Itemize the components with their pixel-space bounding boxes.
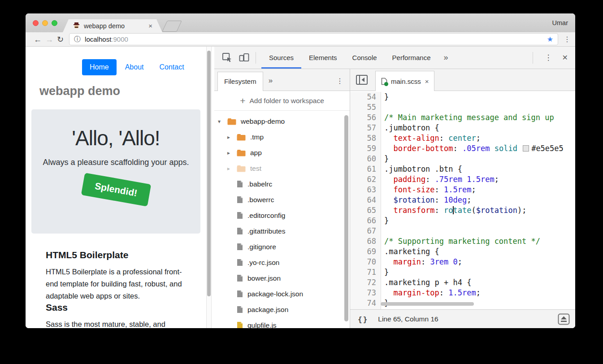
- editor-tab-main-scss[interactable]: main.scss ×: [375, 71, 434, 91]
- code-line[interactable]: 63 font-size: 1.5rem;: [350, 185, 575, 195]
- code-line[interactable]: 62 padding: .75rem 1.5rem;: [350, 174, 575, 185]
- devtools-tab[interactable]: Sources: [261, 47, 301, 69]
- address-bar[interactable]: ⓘ localhost :9000 ★: [69, 33, 558, 45]
- disclosure-open-icon[interactable]: ▾: [218, 118, 221, 125]
- tree-item[interactable]: ▾ ▸: [214, 113, 350, 129]
- devtools-tab[interactable]: Performance: [385, 47, 438, 69]
- line-source[interactable]: }: [381, 92, 389, 102]
- tree-item[interactable]: ▾ ▸: [214, 208, 350, 223]
- line-number[interactable]: 71: [350, 267, 381, 277]
- line-source[interactable]: transform: rotate($rotation);: [381, 205, 526, 216]
- sidebar-more-tabs-icon[interactable]: »: [269, 76, 273, 85]
- code-line[interactable]: 56 /* Main marketing message and sign up: [350, 113, 575, 123]
- line-number[interactable]: 67: [350, 226, 381, 236]
- browser-menu-icon[interactable]: ⋮: [564, 35, 571, 43]
- tree-item[interactable]: ▾ ▸: [214, 255, 350, 270]
- line-number[interactable]: 68: [350, 236, 381, 247]
- line-source[interactable]: /* Supporting marketing content */: [381, 236, 540, 247]
- code-line[interactable]: 70 margin: 3rem 0;: [350, 257, 575, 267]
- line-source[interactable]: }: [381, 216, 389, 226]
- code-line[interactable]: 72 .marketing p + h4 {: [350, 277, 575, 288]
- line-source[interactable]: .marketing p + h4 {: [381, 277, 471, 288]
- line-source[interactable]: .marketing {: [381, 247, 439, 257]
- line-number[interactable]: 56: [350, 113, 381, 123]
- code-line[interactable]: 65 transform: rotate($rotation);: [350, 205, 575, 216]
- tree-item[interactable]: ▾ ▸: [214, 239, 350, 255]
- minimize-window-button[interactable]: [42, 20, 48, 26]
- line-source[interactable]: text-align: center;: [381, 133, 481, 143]
- new-tab-button[interactable]: [162, 21, 182, 32]
- tree-item[interactable]: ▾ ▸: [214, 129, 350, 145]
- tree-item[interactable]: ▾ ▸: [214, 192, 350, 208]
- devtools-tab[interactable]: Elements: [301, 47, 345, 69]
- line-source[interactable]: margin: 3rem 0;: [381, 257, 462, 267]
- page-nav-link[interactable]: Contact: [156, 59, 188, 75]
- tree-item[interactable]: ▾ ▸: [214, 302, 350, 317]
- page-scrollbar[interactable]: [206, 47, 212, 328]
- device-toolbar-icon[interactable]: [238, 52, 250, 64]
- disclosure-closed-icon[interactable]: ▸: [227, 134, 230, 140]
- code-line[interactable]: 64 $rotation: 10deg;: [350, 195, 575, 205]
- page-nav-link[interactable]: About: [121, 59, 147, 75]
- forward-icon[interactable]: →: [45, 35, 53, 43]
- line-source[interactable]: [381, 308, 384, 309]
- tree-item[interactable]: ▾ ▸: [214, 160, 350, 176]
- tree-item[interactable]: ▾ ▸: [214, 270, 350, 286]
- pretty-print-icon[interactable]: {}: [358, 315, 368, 324]
- sidebar-menu-icon[interactable]: ⋮: [336, 77, 343, 85]
- line-source[interactable]: [381, 102, 384, 113]
- line-number[interactable]: 73: [350, 288, 381, 298]
- add-folder-button[interactable]: + Add folder to workspace: [214, 91, 350, 111]
- line-source[interactable]: [381, 226, 384, 236]
- show-drawer-icon[interactable]: [558, 313, 570, 325]
- sidebar-scrollbar-thumb[interactable]: [344, 115, 348, 321]
- tree-item[interactable]: ▾ ▸: [214, 317, 350, 328]
- line-number[interactable]: 70: [350, 257, 381, 267]
- code-line[interactable]: 59 border-bottom: .05rem solid #e5e5e5: [350, 143, 575, 154]
- line-number[interactable]: 63: [350, 185, 381, 195]
- line-number[interactable]: 65: [350, 205, 381, 216]
- line-number[interactable]: 61: [350, 164, 381, 174]
- devtools-menu-icon[interactable]: ⋮: [538, 53, 559, 62]
- code-line[interactable]: 69 .marketing {: [350, 247, 575, 257]
- line-number[interactable]: 55: [350, 102, 381, 113]
- profile-name[interactable]: Umar: [552, 19, 568, 26]
- line-number[interactable]: 54: [350, 92, 381, 102]
- devtools-close-icon[interactable]: ✕: [559, 53, 575, 62]
- line-number[interactable]: 72: [350, 277, 381, 288]
- code-line[interactable]: 67: [350, 226, 575, 236]
- tab-close-icon[interactable]: ×: [148, 22, 152, 30]
- code-line[interactable]: 55: [350, 102, 575, 113]
- page-info-icon[interactable]: ⓘ: [74, 35, 81, 43]
- tree-item[interactable]: ▾ ▸: [214, 286, 350, 302]
- line-source[interactable]: .jumbotron {: [381, 123, 439, 133]
- line-number[interactable]: 62: [350, 174, 381, 185]
- line-source[interactable]: /* Main marketing message and sign up: [381, 113, 554, 123]
- disclosure-closed-icon[interactable]: ▸: [227, 165, 230, 172]
- tree-item[interactable]: ▾ ▸: [214, 176, 350, 192]
- line-number[interactable]: 66: [350, 216, 381, 226]
- zoom-window-button[interactable]: [52, 20, 57, 26]
- collapse-sidebar-icon[interactable]: [356, 75, 368, 85]
- back-icon[interactable]: ←: [34, 35, 42, 43]
- line-source[interactable]: .jumbotron .btn {: [381, 164, 462, 174]
- line-source[interactable]: }: [381, 154, 389, 164]
- line-source[interactable]: font-size: 1.5rem;: [381, 185, 476, 195]
- line-number[interactable]: 59: [350, 143, 381, 154]
- tree-item[interactable]: ▾ ▸: [214, 223, 350, 239]
- line-source[interactable]: border-bottom: .05rem solid #e5e5e5: [381, 143, 564, 154]
- editor-hscrollbar-thumb[interactable]: [381, 302, 474, 306]
- more-panels-icon[interactable]: »: [438, 47, 453, 69]
- code-line[interactable]: 60 }: [350, 154, 575, 164]
- code-line[interactable]: 71 }: [350, 267, 575, 277]
- code-line[interactable]: 68 /* Supporting marketing content */: [350, 236, 575, 247]
- line-number[interactable]: 57: [350, 123, 381, 133]
- line-source[interactable]: $rotation: 10deg;: [381, 195, 472, 205]
- close-window-button[interactable]: [33, 20, 39, 26]
- line-source[interactable]: }: [381, 267, 389, 277]
- page-scrollbar-thumb[interactable]: [207, 51, 211, 296]
- tree-item[interactable]: ▾ ▸: [214, 145, 350, 160]
- code-line[interactable]: 75: [350, 308, 575, 309]
- line-number[interactable]: 69: [350, 247, 381, 257]
- line-number[interactable]: 60: [350, 154, 381, 164]
